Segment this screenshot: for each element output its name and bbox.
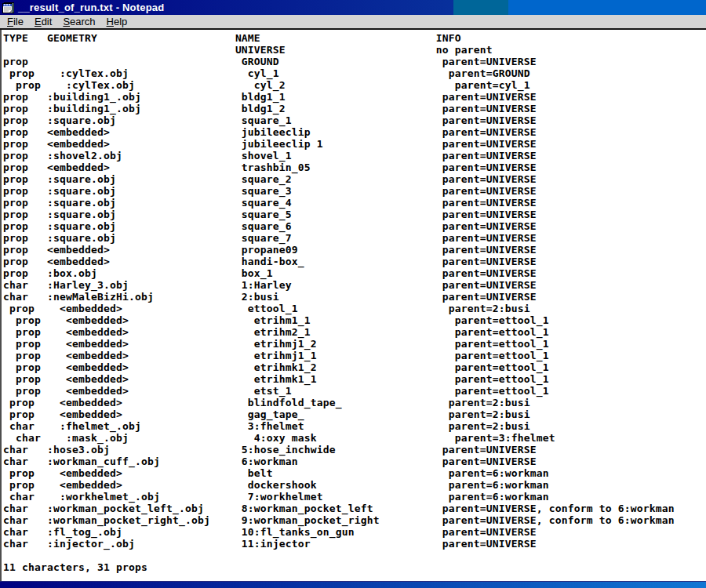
document-text[interactable]: TYPE GEOMETRY NAME INFO UNIVERSE no pare…: [2, 30, 704, 573]
menu-item-help[interactable]: Help: [101, 15, 133, 28]
menu-bar: FileEditSearchHelp: [0, 15, 706, 30]
menu-item-edit[interactable]: Edit: [29, 15, 57, 28]
screen: __result_of_run.txt - Notepad FileEditSe…: [0, 0, 706, 588]
menu-item-search[interactable]: Search: [57, 15, 100, 28]
menu-item-file[interactable]: File: [2, 15, 29, 28]
desktop-background: [453, 0, 508, 15]
background-window-bottom[interactable]: [0, 581, 706, 588]
notepad-titlebar[interactable]: __result_of_run.txt - Notepad: [0, 0, 453, 15]
text-editor[interactable]: TYPE GEOMETRY NAME INFO UNIVERSE no pare…: [0, 30, 704, 581]
background-window-titlebar[interactable]: [508, 0, 706, 15]
notepad-icon: [2, 2, 15, 14]
window-title: __result_of_run.txt - Notepad: [18, 2, 164, 13]
